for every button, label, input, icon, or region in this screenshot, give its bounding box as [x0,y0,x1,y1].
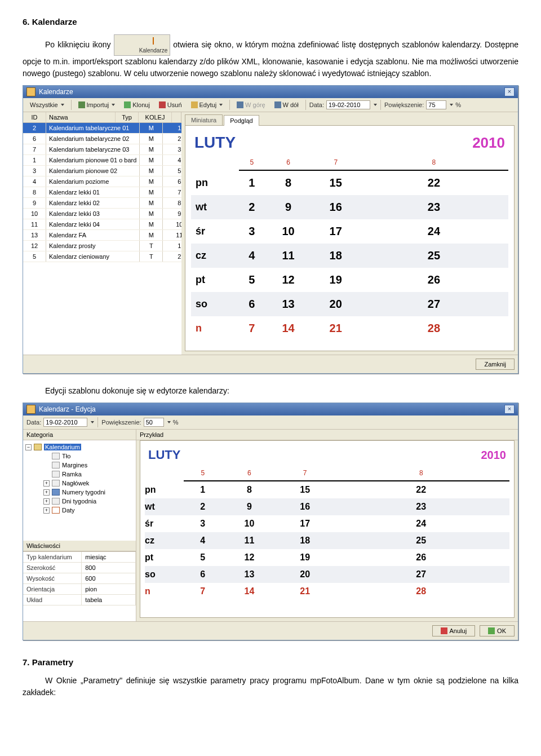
delete-icon [159,101,166,108]
editor-intro-text: Edycji szablonu dokonuje się w edytorze … [23,385,518,397]
cancel-icon [441,627,447,634]
tree-item[interactable]: +Numery tygodni [24,488,135,497]
list-item[interactable]: 8Kalendarz lekki 01M7 [23,187,196,198]
list-item[interactable]: 11Kalendarz lekki 04M10 [23,219,196,230]
calendars-window: Kalendarze × Wszystkie Importuj Klonuj U… [23,85,518,374]
window-title: Kalendarze [39,88,73,96]
window-icon [26,87,36,96]
section-6-heading: 6. Kalendarze [23,17,518,26]
zoom-percent: % [173,419,179,426]
property-row[interactable]: Typ kalendariummiesiąc [23,552,136,563]
calendar-edit-window: Kalendarz - Edycja × Data: Powiększenie:… [23,403,518,640]
tree-item[interactable]: Tło [24,452,135,461]
list-item[interactable]: 6Kalendarium tabelaryczne 02M2 [23,134,196,144]
tab-thumbnail[interactable]: Miniatura [185,114,223,125]
tree-item[interactable]: +Dni tygodnia [24,497,135,506]
zoom-label: Powiększenie: [384,101,424,108]
date-dropdown-icon[interactable] [91,421,94,423]
cancel-button[interactable]: Anuluj [432,625,476,636]
zoom-dropdown-icon[interactable] [167,421,171,423]
list-item[interactable]: 12Kalendarz prostyT1 [23,241,196,251]
ok-button[interactable]: OK [480,625,515,636]
clone-button[interactable]: Klonuj [121,100,153,110]
intro-part1: Po kliknięciu ikony [45,40,114,49]
calendar-preview: LUTY20105678pn181522wt291623śr3101724cz4… [145,445,509,600]
zoom-percent: % [455,101,461,108]
list-item[interactable]: 9Kalendarz lekki 02M8 [23,198,196,209]
move-up-button[interactable]: W górę [233,100,268,110]
delete-button[interactable]: Usuń [156,100,185,110]
window-title: Kalendarz - Edycja [39,405,96,413]
list-item[interactable]: 10Kalendarz lekki 03M9 [23,209,196,219]
properties-label: Właściwości [23,541,136,551]
arrow-up-icon [237,101,243,108]
clone-icon [124,101,131,108]
list-item[interactable]: 2Kalendarium tabelaryczne 01M1 [23,123,196,134]
calendar-toolbar-icon: Kalendarze [114,34,171,56]
list-item[interactable]: 5Kalendarz cieniowanyT2 [23,251,196,262]
zoom-dropdown-icon[interactable] [450,104,453,106]
zoom-input[interactable] [426,100,446,109]
col-kolej[interactable]: KOLEJ [139,112,172,122]
filter-all-dropdown[interactable]: Wszystkie [26,100,68,110]
category-label: Kategoria [23,430,136,440]
property-row[interactable]: Wysokość600 [23,573,136,584]
preview-pane: Miniatura Podgląd LUTY20105678pn181522wt… [181,112,518,355]
zoom-label: Powiększenie: [101,419,141,426]
date-input[interactable] [43,418,87,427]
window-icon [26,405,36,414]
calendar-preview: LUTY20105678pn181522wt291623śr3101724cz4… [191,131,508,341]
zoom-input[interactable] [144,418,164,427]
list-item[interactable]: 1Kalendarium pionowe 01 o bardM4 [23,155,196,166]
arrow-down-icon [274,101,281,108]
tree-item[interactable]: Ramka [24,470,135,479]
property-row[interactable]: Szerokość800 [23,563,136,573]
toolbar: Wszystkie Importuj Klonuj Usuń Edytuj W … [23,98,518,112]
tree-root[interactable]: −Kalendarium [24,443,135,452]
col-typ[interactable]: Typ [116,112,139,122]
section-7-heading: 7. Parametry [23,657,518,667]
example-label: Przykład [136,430,518,440]
template-list: ID Nazwa Typ KOLEJ 2Kalendarium tabelary… [23,112,181,355]
calendar-icon-label: Kalendarze [117,46,168,55]
category-tree[interactable]: −KalendariumTłoMarginesRamka+Nagłówek+Nu… [23,440,136,541]
tree-item[interactable]: +Nagłówek [24,479,135,488]
list-item[interactable]: 7Kalendarium tabelaryczne 03M3 [23,144,196,155]
titlebar: Kalendarze × [23,86,518,98]
ok-icon [488,627,495,634]
date-input[interactable] [326,100,370,109]
list-item[interactable]: 4Kalendarium poziomeM6 [23,176,196,187]
properties-grid: Typ kalendariummiesiącSzerokość800Wysoko… [23,551,136,621]
tree-item[interactable]: +Daty [24,506,135,515]
col-name[interactable]: Nazwa [46,112,116,122]
import-button[interactable]: Importuj [75,100,119,110]
close-button[interactable]: Zamknij [476,359,515,370]
tab-preview[interactable]: Podgląd [224,115,259,126]
list-item[interactable]: 13Kalendarz FAM11 [23,230,196,241]
move-down-button[interactable]: W dół [271,100,302,110]
col-id[interactable]: ID [23,112,46,122]
property-row[interactable]: Orientacjapion [23,584,136,595]
date-label: Data: [309,101,324,108]
list-item[interactable]: 3Kalendarium pionowe 02M5 [23,166,196,176]
section-6-intro: Po kliknięciu ikony Kalendarze otwiera s… [23,34,518,79]
edit-icon [191,101,198,108]
close-icon[interactable]: × [504,87,515,96]
property-row[interactable]: Układtabela [23,595,136,605]
list-header: ID Nazwa Typ KOLEJ [23,112,181,123]
date-label: Data: [26,419,41,426]
tree-item[interactable]: Margines [24,461,135,470]
titlebar: Kalendarz - Edycja × [23,403,518,415]
date-dropdown-icon[interactable] [374,104,377,106]
edit-button[interactable]: Edytuj [188,100,227,110]
close-icon[interactable]: × [504,405,515,414]
import-icon [78,101,85,108]
section-7-intro: W Oknie „Parametry" definiuje się wszyst… [23,675,518,698]
